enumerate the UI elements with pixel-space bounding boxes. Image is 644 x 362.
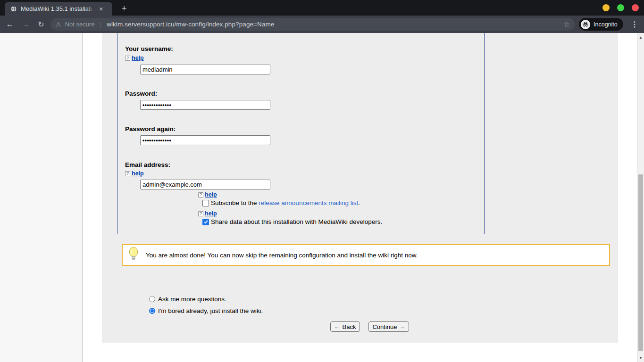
bored-radio[interactable] <box>149 308 155 314</box>
installer-steps-sidebar <box>0 33 83 362</box>
browser-tab[interactable]: MediaWiki 1.35.1 installati × <box>5 2 112 16</box>
back-button[interactable]: ← Back <box>330 321 360 332</box>
browser-menu-icon[interactable]: ⋮ <box>628 16 641 33</box>
scroll-up-icon[interactable]: ▲ <box>637 34 644 41</box>
window-maximize-button[interactable] <box>617 4 624 11</box>
help-question-icon: ? <box>125 171 130 176</box>
lightbulb-icon <box>128 247 139 263</box>
ask-more-radio[interactable] <box>149 296 155 302</box>
email-label: Email address: <box>125 161 170 168</box>
share-help-link[interactable]: help <box>205 210 217 217</box>
help-question-icon: ? <box>198 192 203 197</box>
url-text[interactable]: wikim.serversupport.icu/mw-config/index.… <box>107 21 274 28</box>
help-question-icon: ? <box>125 56 130 61</box>
subscribe-help-row: ? help <box>198 191 217 198</box>
continue-button[interactable]: Continue → <box>368 321 409 332</box>
password-input[interactable] <box>140 100 270 110</box>
window-close-button[interactable] <box>632 4 639 11</box>
email-help-row: ? help <box>125 170 144 177</box>
option-ask-more-row: Ask me more questions. <box>149 296 226 302</box>
share-checkbox[interactable] <box>202 219 209 225</box>
username-label: Your username: <box>125 45 173 52</box>
scroll-down-icon[interactable]: ▼ <box>637 354 644 361</box>
share-row: Share data about this installation with … <box>202 218 382 225</box>
almost-done-notice: You are almost done! You can now skip th… <box>122 244 610 266</box>
email-input[interactable] <box>140 180 270 189</box>
share-label: Share data about this installation with … <box>211 218 382 225</box>
window-minimize-button[interactable] <box>602 4 610 11</box>
share-help-row: ? help <box>198 210 217 217</box>
username-help-link[interactable]: help <box>132 55 144 61</box>
installer-content: Your username: ? help Password: Password… <box>102 33 618 343</box>
continue-arrow-icon: → <box>400 323 405 330</box>
password-again-label: Password again: <box>125 125 176 132</box>
username-help-row: ? help <box>125 55 144 61</box>
favicon-globe-icon <box>10 6 17 12</box>
tab-close-icon[interactable]: × <box>99 5 103 12</box>
checkmark-icon <box>203 219 209 224</box>
security-label[interactable]: Not secure <box>65 21 95 28</box>
address-bar[interactable]: ⚠ Not secure | wikim.serversupport.icu/m… <box>50 18 575 31</box>
browser-back-button[interactable]: ← <box>3 16 17 33</box>
bookmark-star-icon[interactable]: ☆ <box>560 16 573 33</box>
subscribe-checkbox[interactable] <box>202 200 209 206</box>
help-question-icon: ? <box>198 211 203 216</box>
back-arrow-icon: ← <box>335 323 340 330</box>
password-label: Password: <box>125 90 157 97</box>
browser-tab-bar: MediaWiki 1.35.1 installati × + <box>0 0 644 16</box>
new-tab-button[interactable]: + <box>119 3 129 14</box>
incognito-icon <box>581 20 590 29</box>
option-bored-row: I'm bored already, just install the wiki… <box>149 307 263 314</box>
tab-title: MediaWiki 1.35.1 installati <box>21 5 97 12</box>
bored-label[interactable]: I'm bored already, just install the wiki… <box>158 307 263 314</box>
mailing-list-link[interactable]: release announcements mailing list <box>259 199 358 206</box>
subscribe-row: Subscribe to the release announcements m… <box>202 199 360 206</box>
username-input[interactable] <box>140 65 270 74</box>
not-secure-warning-icon: ⚠ <box>56 21 61 28</box>
incognito-label: Incognito <box>594 21 618 28</box>
ask-more-label[interactable]: Ask me more questions. <box>158 296 226 303</box>
subscribe-help-link[interactable]: help <box>205 191 217 198</box>
page-scrollbar: ▲ ▼ <box>637 33 644 362</box>
browser-reload-button[interactable]: ↻ <box>34 16 48 33</box>
subscribe-label: Subscribe to the release announcements m… <box>211 199 360 206</box>
incognito-badge: Incognito <box>579 18 623 31</box>
scrollbar-thumb[interactable] <box>638 174 643 351</box>
browser-forward-button[interactable]: → <box>19 16 33 33</box>
url-separator: | <box>100 21 102 28</box>
notice-text: You are almost done! You can now skip th… <box>146 252 418 259</box>
email-help-link[interactable]: help <box>132 170 144 177</box>
password-again-input[interactable] <box>140 135 270 145</box>
